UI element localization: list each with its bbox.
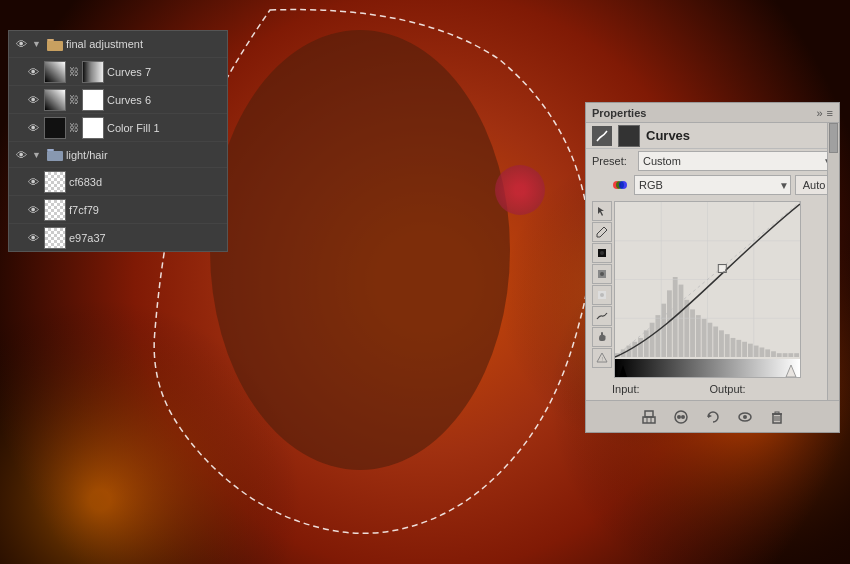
trash-icon	[769, 409, 785, 425]
layer-name-e97a37: e97a37	[69, 232, 223, 244]
visibility-cf683d[interactable]: 👁	[25, 174, 41, 190]
layer-row-curves7[interactable]: 👁 ⛓ Curves 7	[9, 57, 227, 85]
link-curves7: ⛓	[69, 66, 79, 77]
svg-point-21	[677, 415, 681, 419]
eyedropper-black-icon	[596, 247, 608, 259]
folder-icon-final	[47, 38, 63, 51]
scrollbar-track[interactable]	[827, 123, 839, 400]
layers-panel: 👁 ▼ final adjustment 👁 ⛓ Curves 7 👁 ⛓ Cu…	[8, 30, 228, 252]
input-label: Input:	[612, 383, 640, 395]
visibility-colorfill1[interactable]: 👁	[25, 120, 41, 136]
hand-tool-icon	[596, 331, 608, 343]
svg-marker-23	[708, 414, 712, 418]
preset-select[interactable]: Custom	[638, 151, 835, 171]
layer-group-name-final: final adjustment	[66, 38, 223, 50]
scrollbar-thumb[interactable]	[829, 123, 838, 153]
tool-eyedropper-mid[interactable]	[592, 264, 612, 284]
layer-row-f7cf79[interactable]: 👁 f7cf79	[9, 195, 227, 223]
reset-icon	[705, 409, 721, 425]
properties-bottom-bar	[586, 400, 839, 432]
svg-rect-1	[47, 41, 54, 43]
previous-state-icon	[673, 409, 689, 425]
svg-point-25	[743, 415, 747, 419]
svg-point-10	[600, 251, 604, 255]
visibility-e97a37[interactable]: 👁	[25, 230, 41, 246]
layer-name-cf683d: cf683d	[69, 176, 223, 188]
svg-rect-3	[47, 151, 63, 161]
curves-adjustment-icon	[595, 129, 609, 143]
thumb-colorfill1	[44, 117, 66, 139]
toggle-visibility-button[interactable]	[734, 406, 756, 428]
svg-rect-17	[645, 411, 653, 417]
warning-icon: !	[596, 352, 608, 364]
thumb-curves7	[44, 61, 66, 83]
thumb-e97a37	[44, 227, 66, 249]
tool-pointer[interactable]	[592, 201, 612, 221]
properties-controls: » ≡	[816, 107, 833, 119]
tool-warning[interactable]: !	[592, 348, 612, 368]
io-row: Input: Output:	[586, 378, 839, 400]
svg-point-22	[681, 415, 685, 419]
layer-row-colorfill1[interactable]: 👁 ⛓ Color Fill 1	[9, 113, 227, 141]
channel-row: RGB ▼ Auto	[586, 173, 839, 197]
mask-colorfill1	[82, 117, 104, 139]
svg-point-8	[619, 181, 627, 189]
link-colorfill1: ⛓	[69, 122, 79, 133]
thumb-curves6	[44, 89, 66, 111]
delete-button[interactable]	[766, 406, 788, 428]
properties-title: Properties	[592, 107, 646, 119]
view-previous-button[interactable]	[670, 406, 692, 428]
mask-preview-icon	[618, 125, 640, 147]
thumb-cf683d	[44, 171, 66, 193]
layer-row-e97a37[interactable]: 👁 e97a37	[9, 223, 227, 251]
visibility-toggle-final[interactable]: 👁	[13, 36, 29, 52]
smooth-curve-icon	[596, 310, 608, 322]
expand-arrow-lighthair[interactable]: ▼	[32, 150, 44, 160]
svg-text:!: !	[602, 356, 603, 362]
visibility-curves6[interactable]: 👁	[25, 92, 41, 108]
curve-container: !	[592, 201, 833, 378]
eyedropper-gray-icon	[596, 268, 608, 280]
layer-name-curves6: Curves 6	[107, 94, 223, 106]
layer-group-name-lighthair: light/hair	[66, 149, 223, 161]
layer-group-final-adjustment[interactable]: 👁 ▼ final adjustment	[9, 31, 227, 57]
layer-name-colorfill1: Color Fill 1	[107, 122, 223, 134]
tool-eyedropper-black[interactable]	[592, 243, 612, 263]
tool-eyedropper-white[interactable]	[592, 285, 612, 305]
visibility-f7cf79[interactable]: 👁	[25, 202, 41, 218]
tool-pencil[interactable]	[592, 222, 612, 242]
clip-to-layer-button[interactable]	[638, 406, 660, 428]
visibility-curves7[interactable]: 👁	[25, 64, 41, 80]
svg-rect-16	[643, 417, 655, 423]
svg-rect-4	[47, 149, 54, 151]
preset-label: Preset:	[592, 155, 632, 167]
eye-icon	[737, 409, 753, 425]
svg-point-14	[600, 293, 604, 297]
curves-header-row: Curves	[586, 123, 839, 149]
double-arrow-icon[interactable]: »	[816, 107, 822, 119]
mask-curves7	[82, 61, 104, 83]
layer-group-lighthair[interactable]: 👁 ▼ light/hair	[9, 141, 227, 167]
expand-arrow-final[interactable]: ▼	[32, 39, 44, 49]
curves-icon-box	[592, 126, 612, 146]
preset-row: Preset: Custom ▼	[586, 149, 839, 173]
svg-rect-28	[775, 412, 779, 414]
layer-name-curves7: Curves 7	[107, 66, 223, 78]
curve-canvas[interactable]	[614, 201, 801, 378]
layer-row-cf683d[interactable]: 👁 cf683d	[9, 167, 227, 195]
layer-name-f7cf79: f7cf79	[69, 204, 223, 216]
properties-panel: Properties » ≡ Curves Preset: Custom ▼	[585, 102, 840, 433]
reset-button[interactable]	[702, 406, 724, 428]
visibility-toggle-lighthair[interactable]: 👁	[13, 147, 29, 163]
layer-row-curves6[interactable]: 👁 ⛓ Curves 6	[9, 85, 227, 113]
channel-icon	[612, 177, 628, 193]
menu-icon[interactable]: ≡	[827, 107, 833, 119]
channel-select[interactable]: RGB	[634, 175, 791, 195]
tool-curve-line[interactable]	[592, 306, 612, 326]
properties-titlebar: Properties » ≡	[586, 103, 839, 123]
pencil-tool-icon	[596, 226, 608, 238]
tool-hand[interactable]	[592, 327, 612, 347]
svg-rect-2	[47, 39, 54, 41]
output-label: Output:	[710, 383, 746, 395]
clip-mask-icon	[641, 409, 657, 425]
